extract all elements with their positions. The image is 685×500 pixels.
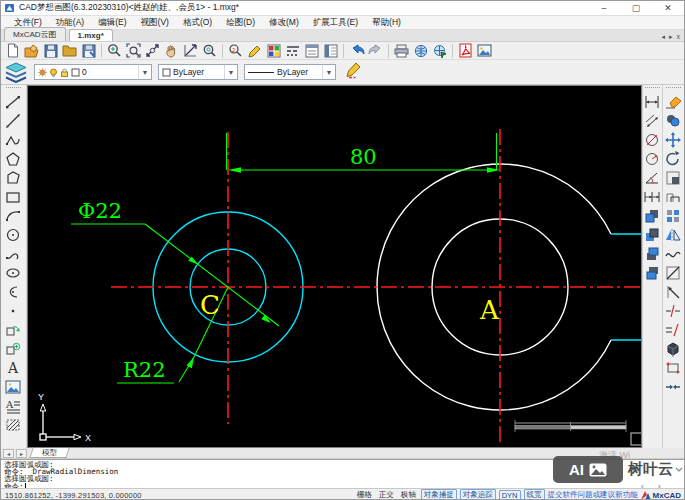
mxcad-brand[interactable]: MxCAD	[641, 491, 681, 500]
dim-linear-icon[interactable]	[642, 92, 663, 111]
offset-icon[interactable]	[663, 187, 684, 206]
arc-icon[interactable]	[3, 206, 24, 225]
extend-icon[interactable]	[663, 282, 684, 301]
undo-icon[interactable]	[348, 43, 365, 59]
linetype-select[interactable]: ByLayer ▼	[244, 64, 336, 80]
ellipse-arc-icon[interactable]	[3, 282, 24, 301]
draworder-front-icon[interactable]	[642, 206, 663, 225]
erase-icon[interactable]	[663, 92, 684, 111]
mirror-icon[interactable]	[663, 225, 684, 244]
dim-80[interactable]: 80	[228, 145, 500, 173]
join-icon[interactable]	[663, 377, 684, 396]
zoom-all-icon[interactable]	[201, 43, 218, 59]
polyline-icon[interactable]	[3, 130, 24, 149]
menu-view[interactable]: 视图(V)	[134, 17, 176, 29]
point-icon[interactable]	[3, 301, 24, 320]
feedback-link[interactable]: 提交软件问题或建议新功能	[548, 490, 638, 500]
circle-icon[interactable]	[3, 225, 24, 244]
image-export-icon[interactable]	[476, 43, 493, 59]
linetype-manager-icon[interactable]	[284, 43, 301, 59]
dim-angular-icon[interactable]	[642, 168, 663, 187]
polyline-edit-icon[interactable]	[663, 244, 684, 263]
toggle-lineweight[interactable]: 线宽	[524, 489, 545, 500]
spline-icon[interactable]	[3, 244, 24, 263]
menu-edit[interactable]: 编辑(E)	[91, 17, 133, 29]
break-icon[interactable]	[663, 301, 684, 320]
color-select[interactable]: ByLayer ▼	[158, 64, 238, 80]
toggle-ortho[interactable]: 正交	[377, 490, 396, 500]
layout-next-icon[interactable]: ▸	[16, 449, 27, 458]
pan-hand-icon[interactable]	[163, 43, 180, 59]
menu-extensions[interactable]: 扩展工具(E)	[306, 17, 365, 29]
zoom-extents-icon[interactable]	[144, 43, 161, 59]
color-palette-icon[interactable]	[265, 43, 282, 59]
zoom-window-icon[interactable]	[125, 43, 142, 59]
trim-icon[interactable]	[663, 263, 684, 282]
layer-panel-icon[interactable]	[303, 43, 320, 59]
align-icon[interactable]	[663, 358, 684, 377]
toolbar-grip[interactable]	[666, 87, 681, 90]
close-button[interactable]: ✕	[652, 1, 684, 15]
draworder-below-icon[interactable]	[642, 263, 663, 282]
print-icon[interactable]	[393, 43, 410, 59]
tab-mxcad-cloud[interactable]: MxCAD云图	[4, 27, 66, 41]
tab-close-icon[interactable]: x	[677, 33, 681, 41]
insert-block-icon[interactable]	[3, 320, 24, 339]
polygon-irregular-icon[interactable]	[3, 168, 24, 187]
menu-draw[interactable]: 绘图(D)	[219, 17, 262, 29]
web-publish-icon[interactable]	[412, 43, 429, 59]
insert-image-icon[interactable]	[3, 377, 24, 396]
zoom-in-icon[interactable]	[106, 43, 123, 59]
ellipse-icon[interactable]	[3, 263, 24, 282]
open-folder-icon[interactable]	[61, 43, 78, 59]
break-at-point-icon[interactable]	[663, 320, 684, 339]
rectangle-icon[interactable]	[3, 187, 24, 206]
open-drawing-icon[interactable]	[23, 43, 40, 59]
menu-format[interactable]: 格式(O)	[176, 17, 219, 29]
pdf-export-icon[interactable]	[457, 43, 474, 59]
new-file-icon[interactable]	[4, 43, 21, 59]
line-icon[interactable]	[3, 92, 24, 111]
draworder-above-icon[interactable]	[642, 244, 663, 263]
zoom-dynamic-icon[interactable]	[182, 43, 199, 59]
create-block-icon[interactable]	[3, 339, 24, 358]
polygon-icon[interactable]	[3, 149, 24, 168]
copy-icon[interactable]	[663, 111, 684, 130]
move-icon[interactable]	[663, 130, 684, 149]
xline-icon[interactable]	[3, 111, 24, 130]
save-as-icon[interactable]	[80, 43, 97, 59]
tab-current-drawing[interactable]: 1.mxg*	[69, 29, 113, 41]
tab-prev-icon[interactable]: ◂	[661, 33, 665, 41]
minimize-button[interactable]: –	[588, 1, 620, 15]
drawing-canvas[interactable]: 80 Φ22 R22 C	[27, 85, 642, 448]
web-open-icon[interactable]	[431, 43, 448, 59]
draw-settings-icon[interactable]	[346, 61, 362, 83]
toggle-otrack[interactable]: 对象追踪	[460, 489, 496, 500]
toolbar-grip[interactable]	[6, 87, 21, 90]
layout-prev-icon[interactable]: ◂	[3, 449, 14, 458]
linetype-dropdown-arrow[interactable]: ▼	[322, 65, 335, 79]
multiline-text-icon[interactable]: A	[3, 396, 24, 415]
dim-continue-icon[interactable]	[642, 187, 663, 206]
scale-icon[interactable]	[663, 168, 684, 187]
toggle-osnap[interactable]: 对象捕捉	[421, 489, 457, 500]
toggle-grid[interactable]: 栅格	[355, 490, 374, 500]
draw-pencil-icon[interactable]	[246, 43, 263, 59]
maximize-button[interactable]: ▢	[620, 1, 652, 15]
redo-icon[interactable]	[367, 43, 384, 59]
color-dropdown-arrow[interactable]: ▼	[224, 65, 237, 79]
draworder-back-icon[interactable]	[642, 225, 663, 244]
single-line-text-icon[interactable]: A	[3, 358, 24, 377]
tab-next-icon[interactable]: ▸	[669, 33, 673, 41]
dim-aligned-icon[interactable]	[642, 111, 663, 130]
hatch-icon[interactable]	[3, 415, 24, 434]
properties-panel-icon[interactable]	[322, 43, 339, 59]
layers-icon[interactable]	[4, 62, 28, 83]
menu-help[interactable]: 帮助(H)	[365, 17, 408, 29]
array-icon[interactable]	[663, 206, 684, 225]
toggle-polar[interactable]: 极轴	[399, 490, 418, 500]
dim-diameter-22[interactable]: Φ22	[71, 199, 279, 326]
box-3d-icon[interactable]	[663, 339, 684, 358]
dim-diameter-icon[interactable]	[642, 130, 663, 149]
toolbar-grip[interactable]	[645, 87, 660, 90]
